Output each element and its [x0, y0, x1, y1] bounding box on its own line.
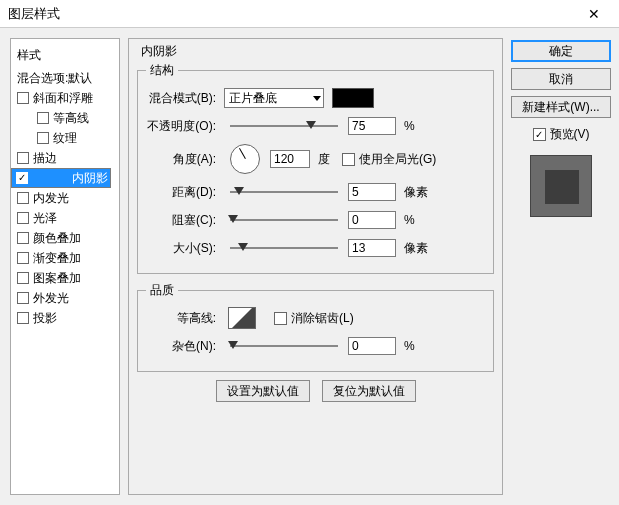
checkbox-icon[interactable] [17, 192, 29, 204]
close-icon[interactable]: ✕ [575, 4, 613, 24]
checkbox-icon[interactable] [17, 92, 29, 104]
blend-mode-label: 混合模式(B): [146, 90, 220, 107]
shadow-color-swatch[interactable] [332, 88, 374, 108]
checkbox-icon[interactable] [17, 272, 29, 284]
choke-label: 阻塞(C): [146, 212, 220, 229]
distance-label: 距离(D): [146, 184, 220, 201]
style-stroke[interactable]: 描边 [11, 148, 119, 168]
reset-default-button[interactable]: 复位为默认值 [322, 380, 416, 402]
styles-list: 样式 混合选项:默认 斜面和浮雕 等高线 纹理 描边 内阴影 内发光 [10, 38, 120, 495]
choke-input[interactable]: 0 [348, 211, 396, 229]
contour-picker[interactable] [228, 307, 256, 329]
checkbox-icon[interactable] [17, 232, 29, 244]
quality-group: 品质 等高线: 消除锯齿(L) 杂色(N): 0 % [137, 282, 494, 372]
checkbox-icon[interactable] [17, 252, 29, 264]
style-gradient-overlay[interactable]: 渐变叠加 [11, 248, 119, 268]
opacity-input[interactable]: 75 [348, 117, 396, 135]
opacity-slider[interactable] [230, 119, 338, 133]
ok-button[interactable]: 确定 [511, 40, 611, 62]
checkbox-icon[interactable] [37, 132, 49, 144]
structure-legend: 结构 [146, 62, 178, 79]
size-slider[interactable] [230, 241, 338, 255]
quality-legend: 品质 [146, 282, 178, 299]
checkbox-icon[interactable] [17, 292, 29, 304]
contour-label: 等高线: [146, 310, 220, 327]
preview-label: 预览(V) [550, 126, 590, 143]
size-label: 大小(S): [146, 240, 220, 257]
angle-label: 角度(A): [146, 151, 220, 168]
checkbox-icon[interactable] [17, 312, 29, 324]
style-inner-shadow[interactable]: 内阴影 [11, 168, 111, 188]
noise-slider[interactable] [230, 339, 338, 353]
choke-slider[interactable] [230, 213, 338, 227]
distance-input[interactable]: 5 [348, 183, 396, 201]
antialias-label: 消除锯齿(L) [291, 310, 354, 327]
make-default-button[interactable]: 设置为默认值 [216, 380, 310, 402]
preview-thumbnail [530, 155, 592, 217]
noise-input[interactable]: 0 [348, 337, 396, 355]
style-contour[interactable]: 等高线 [11, 108, 119, 128]
preview-checkbox[interactable] [533, 128, 546, 141]
panel-title: 内阴影 [137, 43, 494, 60]
opacity-label: 不透明度(O): [146, 118, 220, 135]
chevron-down-icon [313, 96, 321, 101]
global-light-checkbox[interactable] [342, 153, 355, 166]
style-bevel[interactable]: 斜面和浮雕 [11, 88, 119, 108]
style-color-overlay[interactable]: 颜色叠加 [11, 228, 119, 248]
blend-options-default[interactable]: 混合选项:默认 [11, 68, 119, 88]
cancel-button[interactable]: 取消 [511, 68, 611, 90]
global-light-label: 使用全局光(G) [359, 151, 436, 168]
new-style-button[interactable]: 新建样式(W)... [511, 96, 611, 118]
checkbox-icon[interactable] [17, 212, 29, 224]
blend-mode-select[interactable]: 正片叠底 [224, 88, 324, 108]
angle-dial[interactable] [230, 144, 260, 174]
size-input[interactable]: 13 [348, 239, 396, 257]
style-satin[interactable]: 光泽 [11, 208, 119, 228]
style-inner-glow[interactable]: 内发光 [11, 188, 119, 208]
distance-slider[interactable] [230, 185, 338, 199]
checkbox-icon[interactable] [37, 112, 49, 124]
antialias-checkbox[interactable] [274, 312, 287, 325]
window-title: 图层样式 [8, 5, 575, 23]
noise-label: 杂色(N): [146, 338, 220, 355]
styles-heading: 样式 [11, 43, 119, 68]
angle-input[interactable]: 120 [270, 150, 310, 168]
checkbox-icon[interactable] [17, 152, 29, 164]
checkbox-icon[interactable] [16, 172, 28, 184]
style-outer-glow[interactable]: 外发光 [11, 288, 119, 308]
style-pattern-overlay[interactable]: 图案叠加 [11, 268, 119, 288]
structure-group: 结构 混合模式(B): 正片叠底 不透明度(O): 75 % [137, 62, 494, 274]
style-drop-shadow[interactable]: 投影 [11, 308, 119, 328]
style-texture[interactable]: 纹理 [11, 128, 119, 148]
